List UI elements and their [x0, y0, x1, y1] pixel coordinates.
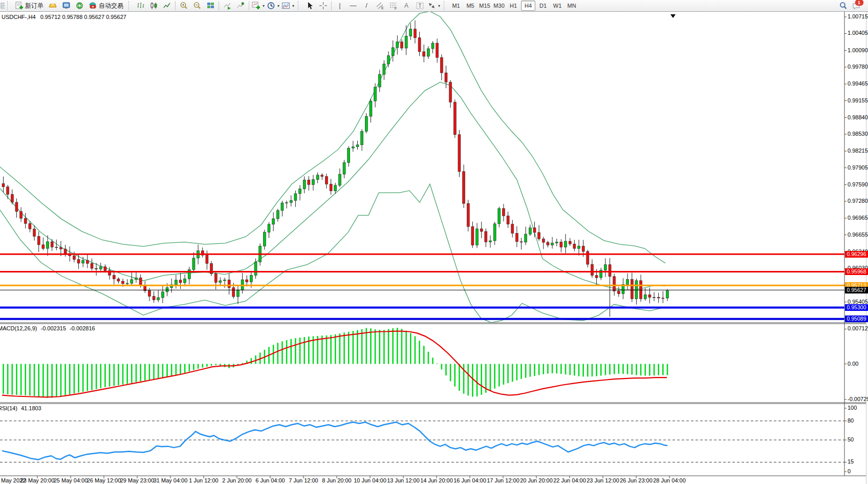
rsi-tick-100: 100 [848, 405, 857, 411]
template-icon [281, 2, 290, 10]
timeframe-mn[interactable]: MN [565, 1, 578, 10]
chart-plot[interactable] [0, 12, 868, 484]
trendline-icon: / [361, 2, 372, 10]
toolbar-divider [331, 1, 332, 10]
time-label: 17 Jun 12:00 [487, 477, 519, 483]
timeframe-m5[interactable]: M5 [464, 1, 477, 10]
time-label: 7 Jun 12:00 [289, 477, 318, 483]
time-label: 25 May 04:00 [54, 477, 88, 483]
autotrading-label: 自动交易 [99, 2, 123, 10]
toolbar-separator [128, 1, 132, 10]
text-label-button[interactable]: T [413, 1, 426, 11]
time-label: 28 Jun 04:00 [653, 477, 686, 483]
macd-tick--0.00729: -0.00729 [848, 396, 868, 402]
crosshair-button[interactable] [316, 1, 330, 11]
zoom-in-button[interactable] [177, 1, 190, 11]
time-label: 29 May 23:00 [120, 477, 155, 483]
macd-signal-line [2, 331, 667, 397]
toolbar-divider [249, 1, 249, 10]
chart-ohlc-values: 0.95712 0.95788 0.95627 0.95627 [40, 14, 126, 20]
timeframe-m30[interactable]: M30 [492, 1, 506, 10]
dropdown-arrow-icon: ▾ [438, 4, 440, 8]
auto-scroll-button[interactable] [221, 1, 234, 11]
timeframe-h1[interactable]: H1 [507, 1, 520, 10]
toolbar: 新订单 自动交易 [0, 0, 868, 12]
chart-shift-marker[interactable] [670, 14, 676, 18]
price-tick-1.00715: 1.00715 [848, 13, 868, 19]
macd-value: -0.002315 [40, 325, 66, 331]
candlestick-icon [149, 2, 158, 10]
price-tick-0.98840: 0.98840 [848, 114, 868, 120]
line-chart-button[interactable] [160, 1, 173, 11]
rsi-tick-50: 50 [848, 436, 854, 443]
cursor-button[interactable] [303, 1, 316, 11]
vertical-line-icon: | [334, 2, 345, 10]
timeframe-strip: M1M5M15M30H1H4D1W1MN [449, 1, 579, 11]
text-icon: A [401, 2, 412, 10]
broadcast-button[interactable] [73, 1, 86, 11]
channel-button[interactable]: E [373, 1, 386, 11]
rsi-panel [0, 421, 844, 462]
periods-button[interactable]: ▾ [266, 1, 280, 11]
clipped-icon [0, 2, 5, 10]
timeframe-w1[interactable]: W1 [551, 1, 564, 10]
data-window-button[interactable] [59, 1, 73, 11]
broadcast-icon [75, 2, 84, 10]
rsi-tick-80: 80 [848, 417, 854, 424]
timeframe-m1[interactable]: M1 [449, 1, 463, 10]
time-label: 13 Jun 12:00 [387, 477, 420, 483]
toolbar-separator [7, 1, 11, 10]
tile-windows-button[interactable] [204, 1, 217, 11]
price-tag-0.95968: 0.95968 [845, 268, 868, 275]
time-label: 1 Jun 12:00 [189, 477, 219, 483]
price-tick-0.99780: 0.99780 [848, 64, 868, 70]
fibonacci-icon: F [389, 2, 398, 10]
svg-text:T: T [418, 3, 421, 9]
timeframe-h4[interactable]: H4 [521, 1, 535, 11]
time-label: 26 Jun 23:00 [620, 477, 653, 483]
new-chart-button[interactable]: ▾ [251, 1, 266, 11]
horizontal-line-button[interactable]: — [346, 1, 360, 11]
templates-button[interactable]: ▾ [280, 1, 295, 11]
candlestick-button[interactable] [147, 1, 160, 11]
timeframe-d1[interactable]: D1 [536, 1, 550, 10]
vertical-line-button[interactable]: | [333, 1, 346, 11]
text-tool-button[interactable]: A [400, 1, 413, 11]
macd-signal-value: -0.002816 [70, 325, 95, 331]
search-button[interactable] [836, 1, 850, 11]
chart-shift-button[interactable] [234, 1, 247, 11]
search-icon [839, 2, 848, 10]
price-tag-0.96296: 0.96296 [845, 251, 868, 258]
auto-scroll-icon [223, 2, 232, 10]
new-order-icon [15, 2, 24, 10]
price-tick-0.97590: 0.97590 [848, 181, 868, 187]
tile-windows-icon [206, 2, 215, 10]
rsi-value: 41.1803 [21, 405, 41, 411]
svg-text:E: E [381, 6, 384, 10]
zoom-out-button[interactable] [190, 1, 204, 11]
text-label-icon: T [416, 2, 424, 10]
dropdown-arrow-icon: ▾ [277, 4, 279, 8]
bar-chart-button[interactable] [134, 1, 147, 11]
autotrading-button[interactable]: 自动交易 [86, 1, 126, 11]
new-order-button[interactable]: 新订单 [12, 1, 46, 11]
time-label: 23 May 20:00 [20, 477, 55, 483]
timeframe-m15[interactable]: M15 [478, 1, 491, 10]
rsi-name: RSI(14) [0, 405, 17, 411]
arrows-tool-button[interactable]: ▾ [426, 1, 441, 11]
macd-panel [2, 328, 668, 398]
arrows-icon [427, 2, 436, 10]
trendline-button[interactable]: / [360, 1, 373, 11]
toolbar-divider [175, 1, 176, 10]
macd-tick-0.00: 0.00 [848, 361, 858, 367]
macd-name: MACD(12,26,9) [0, 325, 37, 331]
notifications-button[interactable]: 1 [850, 1, 863, 11]
cursor-icon [306, 2, 314, 10]
autotrading-icon [89, 2, 97, 10]
time-label: 14 Jun 20:00 [420, 477, 453, 483]
gold-bar-icon [49, 2, 57, 10]
time-label: 22 Jun 04:00 [553, 477, 586, 483]
new-order-label: 新订单 [25, 2, 44, 10]
market-watch-button[interactable] [46, 1, 59, 11]
fibonacci-button[interactable]: F [386, 1, 400, 11]
